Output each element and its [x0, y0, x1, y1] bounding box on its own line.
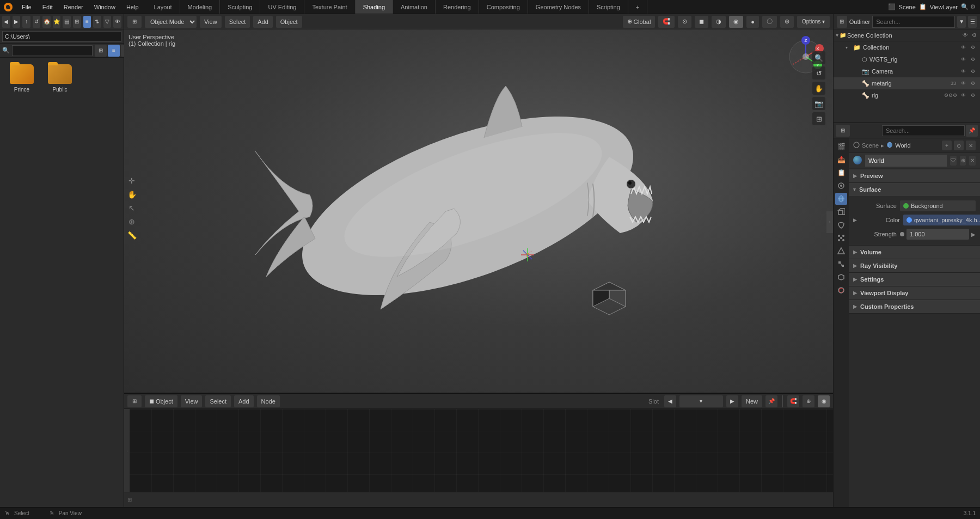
- surface-prop-value[interactable]: Background: [900, 200, 976, 211]
- rig-vis[interactable]: 👁: [959, 91, 967, 99]
- path-input[interactable]: [2, 31, 121, 42]
- overlay-btn[interactable]: 〇: [762, 16, 777, 28]
- scene-props-btn[interactable]: [835, 180, 847, 192]
- transform-global[interactable]: ⊕ Global: [623, 16, 656, 28]
- rig-sel[interactable]: ⚙: [969, 91, 977, 99]
- show-hidden-button[interactable]: 👁: [113, 16, 121, 28]
- tab-layout[interactable]: Layout: [146, 0, 180, 14]
- world-new-btn[interactable]: +: [942, 141, 952, 150]
- meta-sel[interactable]: ⚙: [969, 80, 977, 87]
- node-material-btn[interactable]: ◉: [818, 395, 830, 407]
- refresh-button[interactable]: ↺: [33, 16, 41, 28]
- world-props-btn[interactable]: [835, 193, 847, 205]
- tab-texture-paint[interactable]: Texture Paint: [304, 0, 355, 14]
- constraints-props-btn[interactable]: [835, 258, 847, 270]
- search-input[interactable]: [12, 45, 93, 56]
- settings-header[interactable]: ▶ Settings: [849, 273, 980, 286]
- outliner-collection[interactable]: ▾ 📁 Collection 👁 ⚙: [834, 41, 980, 53]
- outliner-wgts[interactable]: ⬡ WGTS_rig 👁 ⚙: [834, 53, 980, 65]
- object-props-btn[interactable]: [835, 206, 847, 218]
- select-btn[interactable]: Select: [225, 16, 250, 28]
- surface-header[interactable]: ▾ Surface: [849, 183, 980, 196]
- cursor-icon[interactable]: ✛: [126, 175, 137, 187]
- scene-hide-btn[interactable]: ⚙: [970, 32, 978, 39]
- snapping-btn[interactable]: 🧲: [658, 16, 675, 28]
- viewport-shading-solid[interactable]: ◼: [695, 16, 708, 28]
- viewport-editor-type[interactable]: ⊞: [127, 16, 142, 28]
- tab-rendering[interactable]: Rendering: [436, 0, 479, 14]
- view-btn[interactable]: View: [200, 16, 222, 28]
- pin-btn[interactable]: 📌: [765, 395, 777, 407]
- strength-value[interactable]: 1.000: [906, 229, 969, 240]
- node-left-handle[interactable]: ⋮: [124, 409, 130, 492]
- filter-button[interactable]: ▤: [63, 16, 71, 28]
- node-overlay-btn[interactable]: ⊕: [803, 395, 814, 407]
- node-add-btn[interactable]: Add: [234, 395, 254, 407]
- filter2-button[interactable]: ▽: [103, 16, 112, 28]
- color-prop-value[interactable]: qwantani_puresky_4k.h...: [903, 215, 980, 225]
- output-props-btn[interactable]: 📤: [835, 154, 847, 166]
- world-name-input[interactable]: [865, 155, 947, 167]
- grid-icon[interactable]: ⊞: [812, 112, 825, 125]
- node-snapping-btn[interactable]: 🧲: [787, 395, 799, 407]
- viewport-shading-eevee[interactable]: ●: [746, 16, 759, 28]
- tab-add[interactable]: +: [628, 0, 647, 14]
- material-props-btn[interactable]: [835, 284, 847, 296]
- breadcrumb-scene[interactable]: Scene: [862, 142, 879, 149]
- outliner-options[interactable]: ☰: [968, 16, 977, 28]
- viewport-options-btn[interactable]: Options ▾: [797, 16, 830, 28]
- viewport-shading-material[interactable]: ◑: [712, 16, 726, 28]
- outliner-camera[interactable]: 📷 Camera 👁 ⚙: [834, 65, 980, 77]
- viewport-shading-rendered[interactable]: ◉: [729, 16, 743, 28]
- zoom-icon[interactable]: 🔍: [812, 51, 825, 64]
- wgts-sel[interactable]: ⚙: [969, 56, 977, 63]
- particles-props-btn[interactable]: [835, 232, 847, 244]
- object-btn[interactable]: Object: [276, 16, 302, 28]
- grid-view-button[interactable]: ⊞: [73, 16, 81, 28]
- render-props-btn[interactable]: 🎬: [835, 141, 847, 152]
- proportional-btn[interactable]: ⊙: [678, 16, 691, 28]
- props-pin[interactable]: 📌: [966, 125, 978, 137]
- menu-help[interactable]: Help: [121, 0, 144, 14]
- list-view-button[interactable]: ≡: [83, 16, 91, 28]
- menu-window[interactable]: Window: [89, 0, 121, 14]
- menu-render[interactable]: Render: [58, 0, 89, 14]
- props-search-input[interactable]: [882, 125, 965, 136]
- outliner-filter[interactable]: ▼: [957, 16, 966, 28]
- tab-scripting[interactable]: Scripting: [589, 0, 628, 14]
- meta-vis[interactable]: 👁: [959, 80, 967, 87]
- viewport-sidebar-toggle[interactable]: ‹: [826, 211, 833, 233]
- menu-file[interactable]: File: [16, 0, 37, 14]
- node-view-btn[interactable]: View: [181, 395, 203, 407]
- hand-icon[interactable]: ✋: [126, 188, 137, 200]
- tab-shading[interactable]: Shading: [356, 0, 393, 14]
- add-btn[interactable]: Add: [253, 16, 273, 28]
- slot-select[interactable]: ▾: [679, 395, 723, 407]
- viewport-display-header[interactable]: ▶ Viewport Display: [849, 286, 980, 300]
- move-icon[interactable]: ✋: [812, 82, 825, 95]
- tab-compositing[interactable]: Compositing: [479, 0, 528, 14]
- outliner-search[interactable]: [872, 16, 955, 28]
- object-mode-select[interactable]: Object Mode: [145, 16, 197, 28]
- view-layer-props-btn[interactable]: 📋: [835, 167, 847, 179]
- view-icons-btn[interactable]: ⊞: [95, 45, 107, 57]
- outliner-rig[interactable]: 🦴 rig ⚙⚙⚙ 👁 ⚙: [834, 89, 980, 101]
- slot-prev-btn[interactable]: ◀: [664, 395, 676, 407]
- gizmo-btn[interactable]: ⊗: [780, 16, 794, 28]
- ray-visibility-header[interactable]: ▶ Ray Visibility: [849, 259, 980, 272]
- physics-props-btn[interactable]: [835, 245, 847, 257]
- menu-edit[interactable]: Edit: [37, 0, 58, 14]
- node-type-btn[interactable]: ◼ Object: [145, 395, 177, 407]
- cam-vis[interactable]: 👁: [959, 68, 967, 75]
- new-material-btn[interactable]: New: [742, 395, 762, 407]
- tab-uv-editing[interactable]: UV Editing: [260, 0, 304, 14]
- tab-geometry-nodes[interactable]: Geometry Nodes: [528, 0, 589, 14]
- tab-modeling[interactable]: Modeling: [180, 0, 220, 14]
- 3d-viewport[interactable]: User Perspective (1) Collection | rig X …: [124, 29, 833, 393]
- transform-icon[interactable]: ⊕: [126, 216, 137, 228]
- data-props-btn[interactable]: [835, 271, 847, 283]
- scene-exclude-btn[interactable]: 👁: [961, 32, 969, 39]
- tab-sculpting[interactable]: Sculpting: [220, 0, 260, 14]
- file-item-public[interactable]: Public: [44, 63, 76, 93]
- node-node-btn[interactable]: Node: [257, 395, 280, 407]
